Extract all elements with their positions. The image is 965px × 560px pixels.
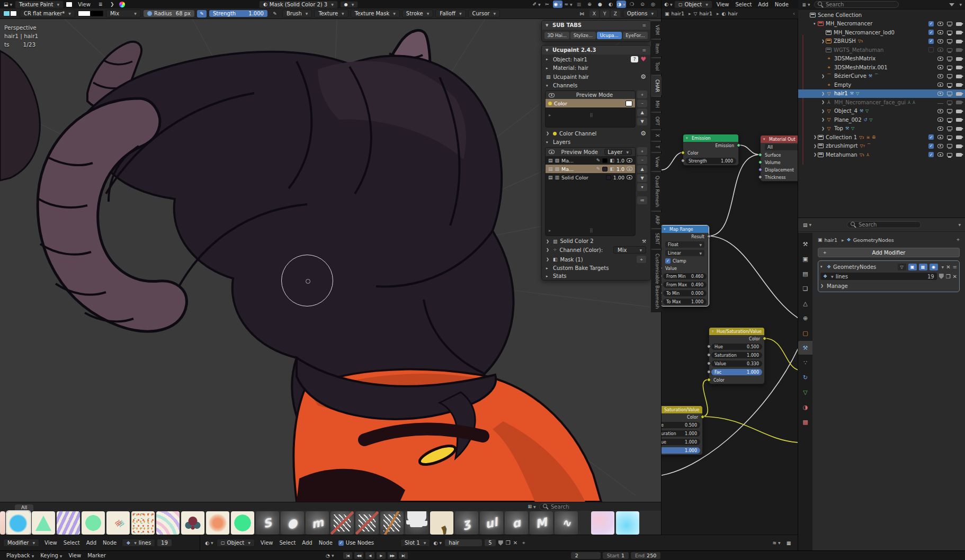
- gear-icon[interactable]: ⚙: [640, 73, 646, 80]
- properties-tab-render[interactable]: ▣: [798, 252, 812, 266]
- brush-thumbnail-20[interactable]: [480, 511, 503, 535]
- socket-in[interactable]: [681, 159, 685, 162]
- geo-menu-node[interactable]: Node: [100, 540, 120, 546]
- disable-render-icon[interactable]: [956, 40, 962, 43]
- layer-row[interactable]: ▤▨Ma...✎◧1.0: [546, 165, 635, 173]
- node-field-value[interactable]: Value0.330: [709, 359, 764, 368]
- outliner-item-zbrushimprt[interactable]: ❯zbrushimprt▽₇⌒✓: [798, 142, 965, 151]
- properties-tab-output[interactable]: ▤: [798, 267, 812, 281]
- checkbox-icon[interactable]: ✓: [928, 143, 934, 149]
- use-nodes-checkbox[interactable]: ✓Use Nodes: [338, 540, 374, 546]
- copy-icon[interactable]: ❐: [506, 540, 511, 546]
- brush-thumbnail-0[interactable]: [0, 511, 5, 535]
- mask-color-dropdown[interactable]: ●▼: [340, 1, 359, 8]
- disable-render-icon[interactable]: [956, 48, 962, 52]
- outliner-item-mh-necromancer-face-gui[interactable]: ❯⅄MH_Necromancer_face_gui⅄⅄: [798, 98, 965, 107]
- sidebar-tab-customisable-basemesh[interactable]: Customisable Basemesh: [651, 250, 662, 312]
- disable-render-icon[interactable]: [956, 83, 962, 87]
- blend-mode-dropdown[interactable]: Mix▼: [106, 10, 141, 17]
- scroll-left-icon[interactable]: ‹: [793, 11, 795, 16]
- socket-in[interactable]: [662, 266, 663, 270]
- brush-thumbnail-15[interactable]: [355, 511, 379, 535]
- shader-type-dropdown[interactable]: ▢Object▼: [217, 539, 255, 547]
- eye-icon[interactable]: [549, 150, 555, 154]
- brush-thumbnail-1[interactable]: [7, 511, 30, 535]
- brush-thumbnail-16[interactable]: [380, 511, 404, 535]
- expander-icon[interactable]: ❯: [821, 118, 826, 122]
- hide-eye-icon[interactable]: [937, 109, 943, 113]
- move-down-button[interactable]: ▼: [637, 174, 647, 182]
- subtab-2[interactable]: Ucupa...: [597, 32, 622, 39]
- editor-type-icon[interactable]: ▤▼: [802, 221, 812, 229]
- end-frame-field[interactable]: End250: [631, 552, 660, 559]
- hamburger-icon[interactable]: ≣: [96, 1, 105, 8]
- breadcrumb-hair1-1[interactable]: ▽hair1: [694, 11, 712, 16]
- brush-thumbnail-25[interactable]: [616, 511, 639, 535]
- node-field-uration[interactable]: uration1.000: [662, 429, 702, 438]
- add-modifier-button[interactable]: ＋Add Modifier: [818, 248, 960, 257]
- properties-tab-object-data[interactable]: ▽: [798, 385, 812, 399]
- brush-thumbnail-9[interactable]: [206, 511, 229, 535]
- brush-thumbnail-2[interactable]: [32, 511, 55, 535]
- node-field-from-max[interactable]: From Max0.490: [662, 281, 709, 289]
- checkbox-icon[interactable]: [928, 47, 934, 52]
- outliner-item-b-ziercurve[interactable]: ❯⌒BézierCurve⚒⌒: [798, 72, 965, 81]
- expander-icon[interactable]: ❯: [814, 144, 818, 148]
- subtabs-header[interactable]: ▼SUB TABS≡: [542, 21, 650, 30]
- expander-icon[interactable]: ❯: [821, 39, 826, 43]
- shader2-menu-node[interactable]: Node: [316, 540, 336, 546]
- add-mask-button[interactable]: ＋: [637, 256, 646, 263]
- expander-icon[interactable]: ❯: [814, 135, 818, 139]
- view-menu[interactable]: View: [75, 2, 94, 7]
- properties-tab-particles[interactable]: ∵: [798, 356, 812, 369]
- texture-mask-dropdown[interactable]: Texture Mask▼: [351, 10, 400, 17]
- outliner-item-collection-1[interactable]: ❯Collection 1▽₂☠✇✓: [798, 133, 965, 142]
- autokey-icon[interactable]: ◔▼: [325, 552, 335, 559]
- disable-viewport-icon[interactable]: [947, 153, 952, 157]
- editor-type-icon[interactable]: ◐▼: [204, 539, 214, 547]
- geo-tree-users[interactable]: 19: [157, 539, 172, 546]
- next-keyframe-button[interactable]: ▶▶: [388, 552, 397, 559]
- outliner-item-scene-collection[interactable]: Scene Collection: [798, 11, 965, 20]
- disable-viewport-icon[interactable]: [947, 48, 952, 52]
- disable-render-icon[interactable]: [956, 75, 962, 78]
- node-hue-saturation-value-2[interactable]: ▾Saturation/ValueColore0.500uration1.000…: [662, 405, 703, 455]
- realtime-toggle[interactable]: ▣: [908, 264, 917, 270]
- texture-slot-dropdown[interactable]: ◐Mask (Solid Color 2) 3▼: [259, 1, 338, 8]
- node-enum-float[interactable]: Float▼: [662, 240, 709, 249]
- socket-out[interactable]: [701, 415, 704, 419]
- sidebar-tab-sent[interactable]: SENT: [651, 229, 662, 248]
- disable-viewport-icon[interactable]: [947, 127, 952, 130]
- copy-icon[interactable]: ❐: [946, 274, 951, 279]
- stats-row[interactable]: ▸Stats: [542, 272, 650, 280]
- channel-color-row[interactable]: ❯⁘Channel (Color): Mix▼: [542, 245, 650, 255]
- hide-eye-icon[interactable]: [937, 144, 943, 148]
- breadcrumb-hair1-0[interactable]: ▣hair1: [665, 11, 684, 16]
- node-enum-linear[interactable]: Linear▼: [662, 249, 709, 257]
- shader-menu-view[interactable]: View: [713, 2, 732, 7]
- outliner-search[interactable]: Search: [814, 1, 899, 8]
- brush-thumbnail-13[interactable]: [306, 511, 329, 535]
- node-hue-saturation-value[interactable]: ▾Hue/Saturation/ValueColorHue0.500Satura…: [709, 327, 765, 384]
- geo-menu-view[interactable]: View: [41, 540, 60, 546]
- timeline-menu-view[interactable]: View: [65, 553, 84, 558]
- brush-thumbnail-6[interactable]: [131, 511, 155, 535]
- brush-dropdown[interactable]: Brush▼: [282, 10, 312, 17]
- overlays-icon[interactable]: ▦: [784, 539, 793, 547]
- brush-dropdown[interactable]: CR flat marker*▼: [20, 10, 75, 17]
- brush-thumbnail-12[interactable]: [281, 511, 304, 535]
- outliner-item-object-4[interactable]: ❯▽Object_4⚒▽: [798, 107, 965, 116]
- node-field-fac[interactable]: Fac1.000: [709, 368, 764, 376]
- mode-dropdown[interactable]: Texture Paint▼: [15, 1, 64, 8]
- hide-eye-icon[interactable]: [937, 48, 943, 52]
- gear-icon[interactable]: ⚙: [640, 130, 646, 137]
- node-field-saturation[interactable]: Saturation1.000: [709, 351, 764, 359]
- unlink-icon[interactable]: ✕: [953, 274, 957, 279]
- radius-slider[interactable]: Radius 68 px: [144, 10, 194, 17]
- node-enum-all[interactable]: All▼: [761, 143, 798, 151]
- hide-eye-icon[interactable]: [937, 127, 943, 131]
- disable-render-icon[interactable]: [956, 92, 962, 96]
- falloff-icon[interactable]: ≈▼: [564, 1, 573, 8]
- material-browse-icon[interactable]: ◐▼: [433, 539, 442, 547]
- layer-opacity[interactable]: 1.0: [616, 158, 624, 164]
